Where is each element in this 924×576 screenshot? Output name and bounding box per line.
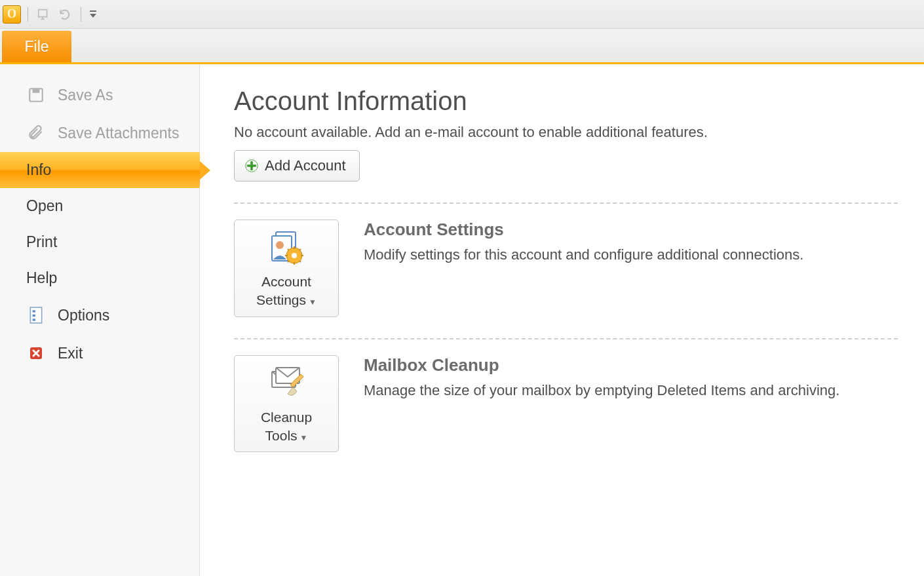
ribbon-tabs: File <box>0 29 924 64</box>
section-description: Modify settings for this account and con… <box>364 245 803 265</box>
sidebar-item-label: Save Attachments <box>58 125 179 142</box>
svg-line-22 <box>288 261 289 262</box>
qat-customize-dropdown[interactable] <box>88 5 98 24</box>
section-heading: Mailbox Cleanup <box>364 355 839 375</box>
button-label-line1: Cleanup <box>261 408 312 427</box>
backstage-sidebar: Save As Save Attachments Info Open Print… <box>0 64 200 576</box>
svg-line-20 <box>299 261 301 262</box>
svg-rect-0 <box>39 9 47 16</box>
sidebar-item-help[interactable]: Help <box>0 260 199 296</box>
button-label-line2: Settings▼ <box>256 291 317 309</box>
account-settings-button[interactable]: Account Settings▼ <box>234 220 339 317</box>
file-tab[interactable]: File <box>2 31 71 62</box>
sidebar-item-exit[interactable]: Exit <box>0 334 199 372</box>
svg-line-19 <box>288 249 289 250</box>
svg-rect-4 <box>30 307 41 323</box>
account-settings-icon <box>265 229 307 266</box>
svg-rect-5 <box>33 310 35 312</box>
undo-icon[interactable] <box>56 5 74 24</box>
sidebar-item-label: Help <box>26 269 57 287</box>
svg-point-14 <box>292 253 297 258</box>
sidebar-item-label: Exit <box>58 345 83 362</box>
svg-rect-6 <box>33 315 35 317</box>
section-description: Manage the size of your mailbox by empty… <box>364 381 839 400</box>
add-account-button[interactable]: Add Account <box>234 150 360 182</box>
backstage-content: Account Information No account available… <box>200 64 924 576</box>
sidebar-item-info[interactable]: Info <box>0 152 200 188</box>
section-heading: Account Settings <box>364 220 803 240</box>
qat-separator <box>81 7 81 22</box>
no-account-message: No account available. Add an e-mail acco… <box>234 124 898 141</box>
page-title: Account Information <box>234 86 898 116</box>
quick-access-toolbar: O <box>0 0 924 29</box>
plus-icon <box>244 158 260 174</box>
account-settings-section: Account Settings▼ Account Settings Modif… <box>234 220 898 317</box>
svg-rect-3 <box>33 88 40 93</box>
exit-icon <box>26 343 46 363</box>
sidebar-item-print[interactable]: Print <box>0 224 199 260</box>
button-label-line1: Account <box>261 273 311 291</box>
cleanup-tools-button[interactable]: Cleanup Tools▼ <box>234 355 339 453</box>
qat-separator <box>28 7 28 22</box>
sidebar-item-label: Open <box>26 197 63 215</box>
sidebar-item-save-attachments: Save Attachments <box>0 114 199 152</box>
svg-point-12 <box>276 241 284 249</box>
svg-rect-7 <box>33 318 35 320</box>
sidebar-item-save-as: Save As <box>0 76 199 114</box>
attachment-icon <box>26 123 46 143</box>
outlook-app-icon[interactable]: O <box>3 5 21 24</box>
svg-line-21 <box>299 249 301 250</box>
sidebar-item-open[interactable]: Open <box>0 188 199 224</box>
section-divider <box>234 202 898 204</box>
svg-rect-1 <box>90 10 96 12</box>
add-account-label: Add Account <box>265 157 346 174</box>
sidebar-item-options[interactable]: Options <box>0 296 199 334</box>
cleanup-tools-icon <box>265 365 307 402</box>
chevron-down-icon: ▼ <box>300 433 308 442</box>
send-receive-icon[interactable] <box>35 5 53 24</box>
chevron-down-icon: ▼ <box>309 298 317 307</box>
mailbox-cleanup-section: Cleanup Tools▼ Mailbox Cleanup Manage th… <box>234 355 898 453</box>
sidebar-item-label: Print <box>26 233 57 251</box>
sidebar-item-label: Options <box>58 307 109 324</box>
button-label-line2: Tools▼ <box>265 427 308 445</box>
sidebar-item-label: Info <box>26 161 51 179</box>
options-icon <box>26 305 46 325</box>
save-as-icon <box>26 85 46 105</box>
section-divider <box>234 338 898 339</box>
sidebar-item-label: Save As <box>58 86 113 104</box>
